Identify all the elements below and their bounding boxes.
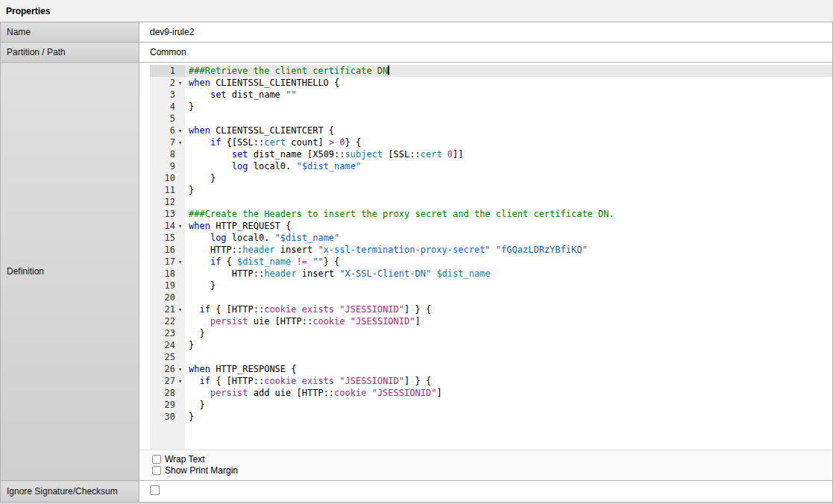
code-line-12[interactable] [185, 196, 832, 208]
code-token: exists [302, 304, 334, 315]
show-print-margin-label: Show Print Margin [165, 465, 238, 476]
code-token: persist [210, 388, 248, 398]
code-token: "fGQazLDRzYBfiKQ" [496, 245, 588, 255]
code-token [189, 316, 210, 327]
code-line-2[interactable]: when CLIENTSSL_CLIENTHELLO { [185, 77, 832, 89]
code-line-20[interactable] [185, 292, 832, 303]
properties-titlebar: Properties [0, 0, 833, 22]
code-line-14[interactable]: when HTTP_REQUEST { [185, 220, 832, 232]
fold-arrow-icon[interactable]: ▾ [175, 125, 185, 136]
code-token: ###Retrieve the client certificate DN [189, 66, 388, 76]
fold-arrow-icon[interactable]: ▾ [175, 303, 185, 315]
line-number: 28 [150, 387, 175, 399]
code-line-3[interactable]: set dist_name "" [185, 89, 832, 101]
gutter-line-30: 30 [150, 411, 185, 423]
code-line-27[interactable]: if { [HTTP::cookie exists "JSESSIONID"] … [185, 375, 832, 387]
gutter-line-27: 27▾ [150, 375, 185, 387]
code-line-24[interactable]: } [185, 339, 832, 351]
code-line-17[interactable]: if { $dist_name != ""} { [185, 256, 832, 268]
code-token: [ [383, 149, 393, 160]
partition-row: Partition / Path Common [1, 42, 833, 63]
line-number: 24 [150, 339, 175, 351]
code-line-26[interactable]: when HTTP_RESPONSE { [185, 363, 832, 375]
code-token: cookie [264, 304, 296, 315]
definition-label: Definition [1, 63, 139, 481]
code-line-1[interactable]: ###Retrieve the client certificate DN [185, 65, 832, 77]
code-token: } [189, 400, 205, 410]
code-line-6[interactable]: when CLIENTSSL_CLIENTCERT { [185, 125, 832, 136]
ignore-signature-row: Ignore Signature/Checksum [1, 481, 833, 503]
gutter-line-14: 14▾ [150, 220, 185, 232]
wrap-text-option[interactable]: Wrap Text [152, 453, 832, 464]
code-line-23[interactable]: } [185, 327, 832, 339]
line-number: 29 [150, 399, 175, 411]
fold-arrow-icon[interactable]: ▾ [175, 220, 185, 232]
code-line-9[interactable]: log local0. "$dist_name" [185, 160, 832, 172]
code-token: } { [324, 256, 340, 267]
gutter-line-11: 11 [150, 184, 185, 196]
code-token: dist_name [227, 89, 286, 100]
fold-arrow-icon[interactable]: ▾ [175, 363, 185, 375]
code-line-25[interactable] [185, 351, 832, 363]
editor-code-lines[interactable]: ###Retrieve the client certificate DNwhe… [185, 65, 832, 450]
fold-arrow-icon[interactable]: ▾ [175, 77, 185, 89]
code-token: if [199, 304, 210, 315]
code-line-29[interactable]: } [185, 399, 832, 411]
code-line-18[interactable]: HTTP::header insert "X-SSL-Client-DN" $d… [185, 268, 832, 280]
line-number: 7 [150, 136, 175, 148]
fold-arrow-icon[interactable]: ▾ [175, 256, 185, 268]
code-token: local0. [227, 233, 275, 243]
code-token: { [HTTP:: [210, 376, 264, 386]
gutter-line-22: 22 [150, 315, 185, 327]
code-line-21[interactable]: if { [HTTP::cookie exists "JSESSIONID"] … [185, 303, 832, 315]
code-token: ] } { [404, 376, 431, 386]
line-number: 19 [150, 280, 175, 292]
code-token: HTTP:: [189, 268, 264, 279]
gutter-line-24: 24 [150, 339, 185, 351]
code-token: when [189, 221, 210, 231]
code-token: "JSESSIONID" [339, 376, 404, 386]
fold-arrow-icon[interactable]: ▾ [175, 136, 185, 148]
code-token: SSL:: [394, 149, 421, 160]
code-line-22[interactable]: persist uie [HTTP::cookie "JSESSIONID"] [185, 315, 832, 327]
code-token: if [210, 256, 221, 267]
code-token: "X-SSL-Client-DN" [339, 268, 431, 279]
code-line-10[interactable]: } [185, 172, 832, 184]
code-line-13[interactable]: ###Create the Headers to insert the prox… [185, 208, 832, 220]
code-token [297, 376, 302, 386]
code-token: { [221, 256, 237, 267]
code-token [189, 149, 232, 160]
code-line-28[interactable]: persist add uie [HTTP::cookie "JSESSIONI… [185, 387, 832, 399]
code-line-7[interactable]: if {[SSL::cert count] > 0} { [185, 136, 832, 148]
gutter-line-6: 6▾ [150, 125, 185, 136]
editor-options: Wrap Text Show Print Margin [139, 450, 832, 480]
line-number: 4 [150, 101, 175, 113]
code-token [291, 256, 296, 267]
code-token: X509:: [312, 149, 345, 160]
code-token: } [189, 412, 194, 422]
code-token: ] [415, 316, 420, 327]
line-number: 22 [150, 315, 175, 327]
code-line-8[interactable]: set dist_name [X509::subject [SSL::cert … [185, 148, 832, 160]
gutter-line-3: 3 [150, 89, 185, 101]
line-number: 23 [150, 327, 175, 339]
show-print-margin-option[interactable]: Show Print Margin [152, 464, 832, 476]
gutter-line-23: 23 [150, 327, 185, 339]
gutter-line-18: 18 [150, 268, 185, 280]
code-line-30[interactable]: } [185, 411, 832, 423]
code-line-16[interactable]: HTTP::header insert "x-ssl-termination-p… [185, 244, 832, 256]
definition-code-editor[interactable]: 12▾3456▾7▾891011121314▾151617▾18192021▾2… [150, 65, 832, 450]
wrap-text-checkbox[interactable] [152, 455, 161, 464]
name-row: Name dev9-irule2 [1, 22, 833, 42]
code-line-5[interactable] [185, 113, 832, 125]
code-token [189, 376, 199, 386]
code-line-19[interactable]: } [185, 280, 832, 292]
code-line-15[interactable]: log local0. "$dist_name" [185, 232, 832, 244]
code-token: } [189, 101, 194, 112]
fold-arrow-icon[interactable]: ▾ [175, 375, 185, 387]
show-print-margin-checkbox[interactable] [152, 466, 161, 475]
code-line-4[interactable]: } [185, 101, 832, 113]
code-token: } [189, 340, 194, 350]
code-line-11[interactable]: } [185, 184, 832, 196]
ignore-signature-checkbox[interactable] [150, 485, 160, 495]
